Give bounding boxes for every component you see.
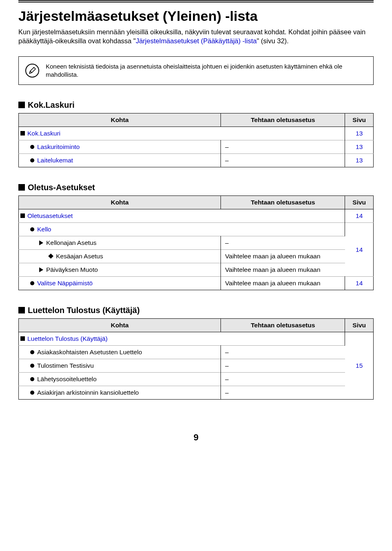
cell-page[interactable]: 13	[345, 127, 374, 140]
page-number: 9	[18, 432, 374, 443]
cell-page[interactable]: 13	[345, 140, 374, 154]
item-link[interactable]: Kello	[37, 226, 51, 233]
cell-default: –	[221, 373, 345, 386]
table-row: Kello 14	[19, 223, 374, 236]
cell-default: –	[221, 386, 345, 400]
table-row: Päiväyksen Muoto Vaihtelee maan ja aluee…	[19, 263, 374, 277]
cell-default: Vaihtelee maan ja alueen mukaan	[221, 277, 345, 290]
col-header-page: Sivu	[345, 196, 374, 209]
table-luettelo: Kohta Tehtaan oletusasetus Sivu Luettelo…	[18, 318, 374, 400]
table-row: Laitelukemat – 13	[19, 154, 374, 167]
item-link[interactable]: Valitse Näppäimistö	[37, 280, 93, 287]
triangle-right-icon	[39, 240, 43, 245]
cell-item: Kesäajan Asetus	[19, 250, 221, 263]
cell-page[interactable]: 13	[345, 154, 374, 167]
cell-item: Kellonajan Asetus	[19, 236, 221, 250]
table-row: Lähetysosoiteluettelo –	[19, 373, 374, 386]
page-title: Järjestelmäasetukset (Yleinen) -lista	[18, 8, 374, 24]
cell-default: –	[221, 236, 345, 250]
page-top-divider	[18, 0, 374, 2]
item-label: Kellonajan Asetus	[46, 239, 96, 246]
item-label: Päiväyksen Muoto	[46, 266, 98, 273]
pencil-icon	[25, 64, 39, 78]
cell-item: Laitelukemat	[19, 154, 221, 167]
cell-page[interactable]: 14	[345, 209, 374, 223]
pencil-icon-svg	[28, 67, 36, 75]
table-row: Luettelon Tulostus (Käyttäjä) 15	[19, 332, 374, 346]
col-header-item: Kohta	[19, 196, 221, 209]
table-oletus: Kohta Tehtaan oletusasetus Sivu Oletusas…	[18, 196, 374, 290]
table-header-row: Kohta Tehtaan oletusasetus Sivu	[19, 196, 374, 209]
item-label: Tulostimen Testisivu	[37, 362, 94, 369]
section-heading-oletus: Oletus-Asetukset	[18, 183, 374, 192]
cell-item: Oletusasetukset	[19, 209, 345, 223]
item-label: Kesäajan Asetus	[56, 253, 103, 260]
cell-item: Kok.Laskuri	[19, 127, 345, 140]
cell-page[interactable]: 14	[345, 223, 374, 277]
cell-item: Asiakaskohtaisten Asetusten Luettelo	[19, 346, 221, 359]
col-header-page: Sivu	[345, 113, 374, 127]
cell-item: Kello	[19, 223, 345, 236]
table-header-row: Kohta Tehtaan oletusasetus Sivu	[19, 113, 374, 127]
col-header-default: Tehtaan oletusasetus	[221, 113, 345, 127]
cell-item: Asiakirjan arkistoinnin kansioluettelo	[19, 386, 221, 400]
table-row: Laskuritoiminto – 13	[19, 140, 374, 154]
table-row: Asiakirjan arkistoinnin kansioluettelo –	[19, 386, 374, 400]
cell-item: Lähetysosoiteluettelo	[19, 373, 221, 386]
bullet-icon	[30, 350, 34, 354]
cell-item: Päiväyksen Muoto	[19, 263, 221, 277]
cell-item: Luettelon Tulostus (Käyttäjä)	[19, 332, 345, 346]
cell-item: Tulostimen Testisivu	[19, 359, 221, 373]
cell-item: Valitse Näppäimistö	[19, 277, 221, 290]
bullet-icon	[30, 391, 34, 395]
col-header-default: Tehtaan oletusasetus	[221, 196, 345, 209]
table-row: Tulostimen Testisivu –	[19, 359, 374, 373]
bullet-icon	[30, 281, 34, 285]
square-icon	[20, 336, 25, 341]
bullet-icon	[30, 145, 34, 149]
intro-link[interactable]: Järjestelmäasetukset (Pääkäyttäjä) -list…	[136, 37, 256, 44]
triangle-right-icon	[39, 267, 43, 272]
section-heading-kok: Kok.Laskuri	[18, 100, 374, 110]
table-row: Kesäajan Asetus Vaihtelee maan ja alueen…	[19, 250, 374, 263]
item-link[interactable]: Kok.Laskuri	[27, 130, 60, 137]
intro-paragraph: Kun järjestelmäasetuksiin mennään yleisi…	[18, 27, 374, 46]
cell-default: Vaihtelee maan ja alueen mukaan	[221, 263, 345, 277]
item-link[interactable]: Oletusasetukset	[27, 212, 73, 219]
table-header-row: Kohta Tehtaan oletusasetus Sivu	[19, 319, 374, 332]
item-link[interactable]: Laitelukemat	[37, 157, 73, 164]
table-row: Kellonajan Asetus –	[19, 236, 374, 250]
note-text: Koneen teknisistä tiedoista ja asennetui…	[46, 62, 367, 79]
cell-default: –	[221, 359, 345, 373]
cell-page[interactable]: 14	[345, 277, 374, 290]
cell-item: Laskuritoiminto	[19, 140, 221, 154]
col-header-item: Kohta	[19, 113, 221, 127]
col-header-page: Sivu	[345, 319, 374, 332]
table-row: Valitse Näppäimistö Vaihtelee maan ja al…	[19, 277, 374, 290]
table-row: Kok.Laskuri 13	[19, 127, 374, 140]
item-label: Lähetysosoiteluettelo	[37, 375, 97, 382]
table-kok: Kohta Tehtaan oletusasetus Sivu Kok.Lask…	[18, 113, 374, 167]
note-box: Koneen teknisistä tiedoista ja asennetui…	[18, 56, 374, 85]
col-header-item: Kohta	[19, 319, 221, 332]
col-header-default: Tehtaan oletusasetus	[221, 319, 345, 332]
cell-default: Vaihtelee maan ja alueen mukaan	[221, 250, 345, 263]
item-link[interactable]: Luettelon Tulostus (Käyttäjä)	[27, 335, 107, 342]
table-row: Oletusasetukset 14	[19, 209, 374, 223]
cell-default: –	[221, 140, 345, 154]
bullet-icon	[30, 158, 34, 162]
intro-text-2: " (sivu 32).	[257, 37, 289, 44]
cell-default: –	[221, 346, 345, 359]
cell-default: –	[221, 154, 345, 167]
diamond-icon	[48, 253, 53, 259]
cell-page[interactable]: 15	[345, 332, 374, 400]
item-label: Asiakirjan arkistoinnin kansioluettelo	[37, 389, 139, 396]
bullet-icon	[30, 364, 34, 368]
square-icon	[20, 213, 25, 218]
table-row: Asiakaskohtaisten Asetusten Luettelo –	[19, 346, 374, 359]
square-icon	[20, 131, 25, 136]
item-label: Asiakaskohtaisten Asetusten Luettelo	[37, 349, 142, 355]
item-link[interactable]: Laskuritoiminto	[37, 143, 80, 150]
section-heading-luettelo: Luettelon Tulostus (Käyttäjä)	[18, 306, 374, 315]
bullet-icon	[30, 227, 34, 231]
